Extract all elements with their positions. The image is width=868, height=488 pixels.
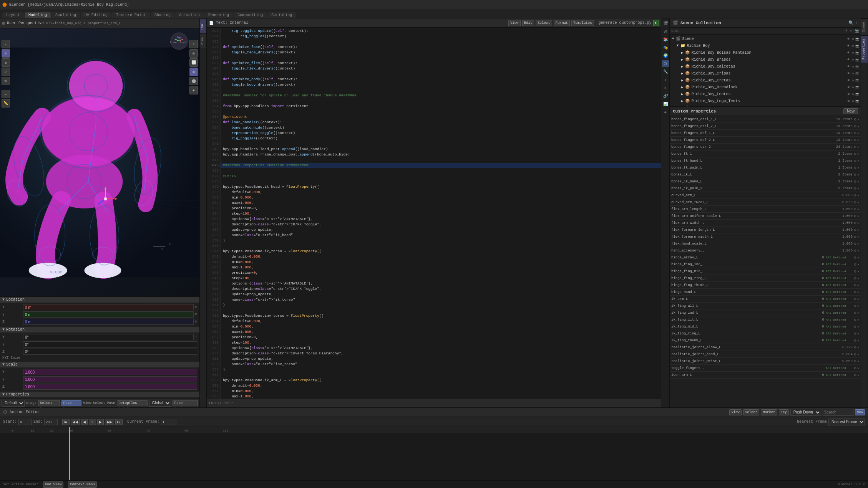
view-label[interactable]: View [83,401,91,405]
tab-uv-editing[interactable]: UV Editing [81,12,111,18]
scene-item-eye-6[interactable]: 👁 [847,79,851,82]
cp-delete-12[interactable]: ✕ [857,200,860,205]
cp-delete-35[interactable]: ✕ [857,359,860,364]
scene-item-sel-8[interactable]: ⊙ [851,93,854,96]
scene-item-sel-0[interactable]: ⊙ [851,37,854,41]
cp-delete-13[interactable]: ✕ [857,207,860,212]
cp-gear-21[interactable]: ⚙ [854,262,856,267]
scene-item-eye-1[interactable]: 👁 [847,44,851,48]
cp-delete-37[interactable]: ✕ [857,373,860,377]
play-fwd-btn[interactable]: ▶▶ [105,419,114,425]
end-frame-input[interactable] [44,419,58,425]
cp-gear-24[interactable]: ⚙ [854,283,856,288]
scene-item-cam-5[interactable]: 📷 [855,72,860,75]
tool-tab[interactable]: Tool [200,18,206,33]
scene-item-eye-3[interactable]: 👁 [847,58,851,61]
scene-item-cam-0[interactable]: 📷 [855,37,860,41]
cp-gear-34[interactable]: ⚙ [854,352,856,357]
cp-delete-36[interactable]: ✕ [857,366,860,371]
world-props-icon[interactable]: 🌍 [662,52,669,59]
render-props-icon[interactable]: 🎬 [662,20,669,27]
tab-texture-paint[interactable]: Texture Paint [112,12,150,18]
select-label[interactable]: Select [93,401,105,405]
scene-item-6[interactable]: ▶ 📦 Richie_Boy_Cretas 👁 ⊙ 📷 [670,77,861,84]
cp-gear-20[interactable]: ⚙ [854,255,856,260]
cp-delete-2[interactable]: ✕ [857,131,860,136]
cp-delete-19[interactable]: ✕ [857,248,860,253]
snap-select[interactable]: Global [149,400,171,407]
view-xray[interactable]: ⬜ [189,58,198,67]
scene-item-7[interactable]: ▶ 📦 Richie_Boy_Dreadlock 👁 ⊙ 📷 [670,84,861,91]
cp-gear-0[interactable]: ⚙ [854,117,856,122]
cp-gear-30[interactable]: ⚙ [854,324,856,329]
cp-delete-0[interactable]: ✕ [857,117,860,122]
view-persp[interactable]: P [189,40,198,48]
navigation-cube[interactable]: Top Front Right [169,31,189,51]
scene-item-sel-1[interactable]: ⊙ [851,44,854,48]
cp-gear-16[interactable]: ⚙ [854,228,856,232]
orientation-select[interactable]: Default Global Local [2,400,25,407]
rotation-x-input[interactable] [23,334,194,340]
play-back-one-btn[interactable]: ◀ [81,419,88,425]
cp-gear-35[interactable]: ⚙ [854,359,856,364]
cp-delete-34[interactable]: ✕ [857,352,860,357]
scene-item-cam-10[interactable]: 📷 [855,106,860,107]
cp-gear-37[interactable]: ⚙ [854,373,856,377]
cp-delete-18[interactable]: ✕ [857,242,860,246]
modifier-props-icon[interactable]: 🔧 [662,68,669,75]
scene-item-eye-7[interactable]: 👁 [847,86,851,89]
text-edit-menu[interactable]: Edit [522,20,534,26]
cp-delete-27[interactable]: ✕ [857,304,860,308]
cp-delete-33[interactable]: ✕ [857,345,860,350]
view-tab[interactable]: View [200,33,206,48]
view-render[interactable]: ◈ [189,86,198,94]
scene-item-eye-0[interactable]: 👁 [847,37,851,41]
tool-measure[interactable]: 📏 [2,99,10,108]
pan-view-btn[interactable]: Pan View [43,481,63,488]
pose-mode-btn[interactable]: Pose Mode [61,400,81,406]
retopflow-btn[interactable]: RetopFlow 3.2.5 [117,400,148,406]
scene-item-eye-2[interactable]: 👁 [847,51,851,55]
cp-gear-6[interactable]: ⚙ [854,159,856,163]
stop-btn[interactable]: ⏸ [89,419,96,425]
scene-props-icon[interactable]: 🎭 [662,44,669,51]
cp-gear-27[interactable]: ⚙ [854,304,856,308]
cp-gear-23[interactable]: ⚙ [854,276,856,281]
scene-item-sel-9[interactable]: ⊙ [851,99,854,103]
scene-item-sel-4[interactable]: ⊙ [851,65,854,68]
cp-gear-11[interactable]: ⚙ [854,193,856,198]
location-x-input[interactable] [23,304,194,310]
cp-gear-8[interactable]: ⚙ [854,172,856,177]
cp-delete-11[interactable]: ✕ [857,193,860,198]
cp-delete-32[interactable]: ✕ [857,338,860,343]
cp-gear-10[interactable]: ⚙ [854,186,856,191]
cp-gear-7[interactable]: ⚙ [854,165,856,170]
tab-modeling[interactable]: Modeling [25,12,51,18]
view-overlay[interactable]: ◎ [189,49,198,58]
cp-gear-12[interactable]: ⚙ [854,200,856,205]
timeline-canvas[interactable]: 0 10 20 30 50 70 90 110 [0,427,868,480]
text-format-menu[interactable]: Format [554,20,570,26]
location-y-input[interactable] [23,311,194,318]
cp-delete-25[interactable]: ✕ [857,290,860,294]
cp-gear-17[interactable]: ⚙ [854,235,856,239]
tab-scripting[interactable]: Scripting [267,12,296,18]
scene-item-eye-8[interactable]: 👁 [847,93,851,96]
pose-options-btn[interactable]: Pose Options [173,400,198,406]
tool-rotate[interactable]: ↻ [2,58,10,67]
rotation-y-input[interactable] [23,341,197,347]
scene-item-eye-9[interactable]: 👁 [847,99,851,103]
scene-item-sel-5[interactable]: ⊙ [851,72,854,75]
output-props-icon[interactable]: 🖨 [662,28,669,35]
text-view-menu[interactable]: View [508,20,521,26]
play-fwd-one-btn[interactable]: ▶ [97,419,104,425]
scene-item-cam-9[interactable]: 📷 [855,99,860,103]
scene-item-5[interactable]: ▶ 📦 Richie_Boy_Cripas 👁 ⊙ 📷 [670,70,861,77]
scene-item-sel-3[interactable]: ⊙ [851,58,854,61]
cp-delete-14[interactable]: ✕ [857,214,860,218]
cp-gear-18[interactable]: ⚙ [854,242,856,246]
scale-x-input[interactable] [23,369,197,375]
cp-delete-6[interactable]: ✕ [857,159,860,163]
constraint-props-icon[interactable]: 🔗 [662,93,669,99]
cp-gear-33[interactable]: ⚙ [854,345,856,350]
